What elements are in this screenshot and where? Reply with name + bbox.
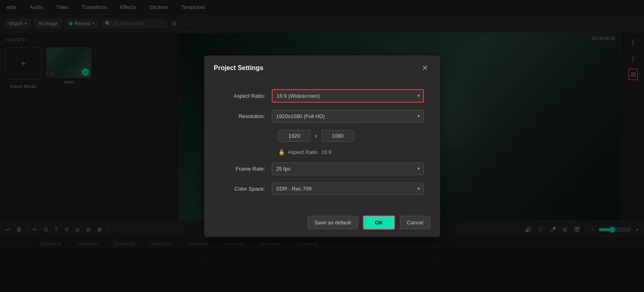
modal-header: Project Settings ✕ [204, 55, 440, 79]
frame-rate-select[interactable]: 23.98 fps 24 fps 25 fps 29.97 fps 30 fps… [272, 162, 424, 175]
lock-icon: 🔒 [278, 149, 285, 155]
aspect-ratio-row: Aspect Ratio: 16:9 (Widescreen) 9:16 (Po… [220, 89, 424, 103]
width-input[interactable] [278, 130, 311, 142]
ok-button[interactable]: OK [363, 215, 395, 230]
dimension-inputs: x [278, 130, 354, 142]
frame-rate-select-wrapper: 23.98 fps 24 fps 25 fps 29.97 fps 30 fps… [272, 162, 424, 175]
modal-overlay: Project Settings ✕ Aspect Ratio: 16:9 (W… [0, 0, 644, 292]
frame-rate-row: Frame Rate: 23.98 fps 24 fps 25 fps 29.9… [220, 162, 424, 175]
height-input[interactable] [321, 130, 354, 142]
aspect-ratio-info-value: 16:9 [321, 149, 331, 155]
resolution-select-wrapper: 1920x1080 (Full HD) 1280x720 (HD) 3840x2… [272, 110, 424, 123]
save-as-default-button[interactable]: Save as default [308, 216, 358, 229]
aspect-ratio-info-label: Aspect Ratio [288, 149, 318, 155]
resolution-label: Resolution: [220, 113, 265, 119]
project-settings-modal: Project Settings ✕ Aspect Ratio: 16:9 (W… [204, 55, 440, 237]
color-space-select-wrapper: SDR - Rec.709 HDR - Rec.2020 SDR - P3 [272, 182, 424, 195]
aspect-info: 🔒 Aspect Ratio 16:9 [278, 149, 332, 155]
aspect-info-row: 🔒 Aspect Ratio 16:9 [220, 149, 424, 155]
cancel-button[interactable]: Cancel [400, 216, 430, 229]
modal-title: Project Settings [214, 64, 264, 72]
resolution-row: Resolution: 1920x1080 (Full HD) 1280x720… [220, 110, 424, 123]
frame-rate-label: Frame Rate: [220, 166, 265, 172]
resolution-select[interactable]: 1920x1080 (Full HD) 1280x720 (HD) 3840x2… [272, 110, 424, 123]
dim-x-label: x [315, 133, 318, 139]
modal-close-button[interactable]: ✕ [419, 63, 430, 73]
aspect-ratio-select[interactable]: 16:9 (Widescreen) 9:16 (Portrait) 4:3 (S… [272, 89, 424, 103]
aspect-ratio-select-wrapper: 16:9 (Widescreen) 9:16 (Portrait) 4:3 (S… [272, 89, 424, 103]
color-space-label: Color Space: [220, 186, 265, 192]
modal-body: Aspect Ratio: 16:9 (Widescreen) 9:16 (Po… [204, 79, 440, 211]
color-space-row: Color Space: SDR - Rec.709 HDR - Rec.202… [220, 182, 424, 195]
modal-footer: Save as default OK Cancel [204, 211, 440, 237]
aspect-ratio-label: Aspect Ratio: [220, 93, 265, 99]
color-space-select[interactable]: SDR - Rec.709 HDR - Rec.2020 SDR - P3 [272, 182, 424, 195]
dimension-row: x [220, 130, 424, 142]
